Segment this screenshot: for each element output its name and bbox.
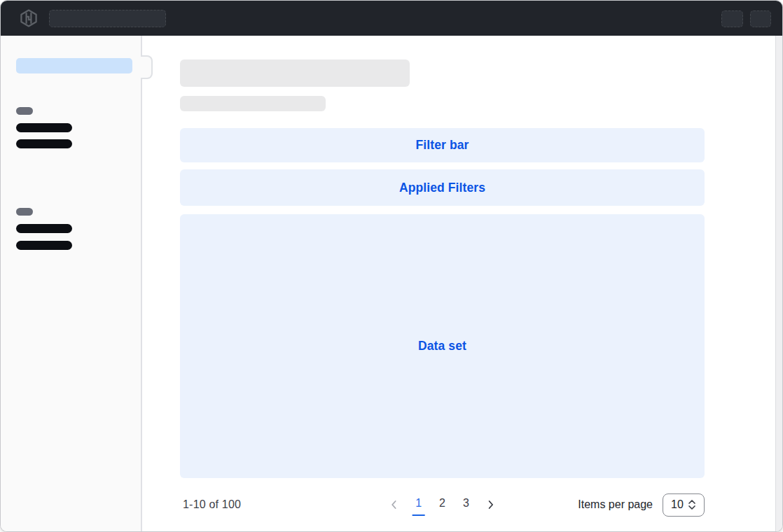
top-nav-bar xyxy=(1,1,782,36)
topbar-action-skeleton-1[interactable] xyxy=(721,10,743,27)
page-button-1[interactable]: 1 xyxy=(412,493,425,516)
sidenav-section-label-skeleton xyxy=(16,107,33,115)
topbar-action-skeleton-2[interactable] xyxy=(750,10,771,27)
sidenav-link-skeleton[interactable] xyxy=(16,139,72,148)
items-per-page-label: Items per page xyxy=(578,498,653,511)
filter-bar-region: Filter bar xyxy=(180,128,705,162)
page-subtitle-skeleton xyxy=(180,96,326,111)
page-button-2[interactable]: 2 xyxy=(436,493,449,516)
pager-controls: 1 2 3 xyxy=(386,493,499,516)
page-size-select[interactable]: 10 xyxy=(663,493,705,517)
filter-bar-label: Filter bar xyxy=(416,138,469,153)
pagination-bar: 1-10 of 100 1 2 3 Items per page 10 xyxy=(180,491,705,519)
applied-filters-label: Applied Filters xyxy=(399,181,485,195)
side-nav xyxy=(1,36,142,531)
chevron-up-down-icon xyxy=(688,499,696,510)
pagination-range-label: 1-10 of 100 xyxy=(183,498,241,511)
hashicorp-logo-icon[interactable] xyxy=(20,9,38,27)
items-per-page-group: Items per page 10 xyxy=(578,493,705,517)
sidenav-section-label-skeleton xyxy=(16,208,33,216)
main-content: Filter bar Applied Filters Data set 1-10… xyxy=(142,36,775,531)
sidenav-toggle-handle[interactable] xyxy=(141,55,153,79)
scrollbar-track[interactable] xyxy=(775,36,782,531)
sidenav-link-skeleton[interactable] xyxy=(16,241,72,250)
page-title-skeleton xyxy=(180,59,410,87)
data-set-region: Data set xyxy=(180,214,705,478)
search-input-skeleton[interactable] xyxy=(49,10,166,27)
applied-filters-region: Applied Filters xyxy=(180,169,705,206)
sidenav-link-skeleton[interactable] xyxy=(16,224,72,233)
page-button-3[interactable]: 3 xyxy=(459,493,473,516)
page-size-value: 10 xyxy=(671,498,684,511)
app-window: Filter bar Applied Filters Data set 1-10… xyxy=(0,0,783,532)
sidenav-link-skeleton[interactable] xyxy=(16,123,72,132)
chevron-right-icon[interactable] xyxy=(483,500,499,510)
sidenav-selected-item-skeleton[interactable] xyxy=(16,58,132,74)
chevron-left-icon[interactable] xyxy=(386,500,401,510)
data-set-label: Data set xyxy=(418,339,466,354)
